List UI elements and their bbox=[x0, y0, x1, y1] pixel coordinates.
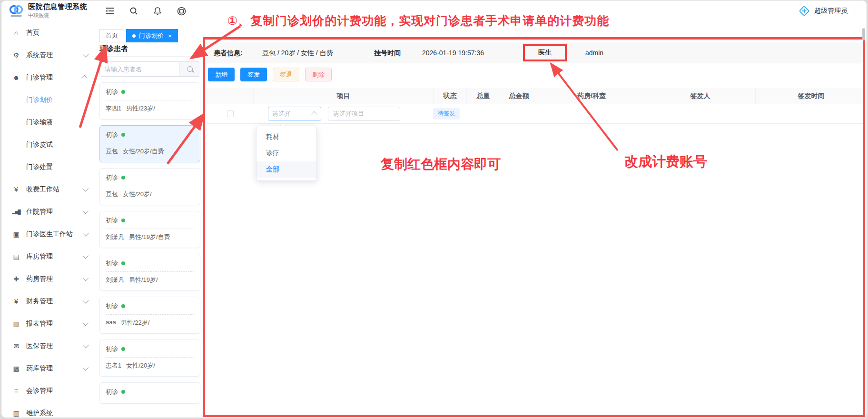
user-menu[interactable]: 超级管理员 bbox=[799, 0, 855, 21]
gear-icon: ⚙ bbox=[12, 51, 20, 59]
col-issuer: 签发人 bbox=[645, 88, 756, 104]
sidebar-item-inpatient-mgmt[interactable]: ▂▅█ 住院管理 bbox=[1, 200, 95, 223]
col-checkbox bbox=[207, 88, 254, 104]
col-issue-time: 签发时间 bbox=[756, 88, 867, 104]
col-amount: 总金额 bbox=[500, 88, 538, 104]
sidebar-item-report-mgmt[interactable]: ▦ 报表管理 bbox=[1, 312, 95, 335]
dropdown-option-treatment[interactable]: 诊疗 bbox=[256, 145, 316, 161]
patient-search-input[interactable] bbox=[100, 62, 179, 76]
notification-bell-icon[interactable] bbox=[153, 6, 162, 16]
patient-card-selected[interactable]: 初诊 豆包女性/20岁/自费 bbox=[99, 125, 200, 162]
col-quantity: 总量 bbox=[467, 88, 500, 104]
sidebar-item-charging-workstation[interactable]: ¥ 收费工作站 bbox=[1, 178, 95, 200]
chevron-down-icon bbox=[83, 51, 89, 58]
dashboard-icon: ⌂ bbox=[12, 29, 20, 37]
patient-card[interactable]: 初诊 刘潇凡男性/19岁/ bbox=[99, 254, 200, 291]
bar-chart-icon: ▂▅█ bbox=[12, 210, 20, 214]
patient-card[interactable]: 初诊 刘潇凡男性/19岁/自费 bbox=[99, 211, 200, 248]
patient-card[interactable]: 初诊 患者1女性/20岁/ bbox=[99, 339, 200, 377]
dropdown-option-all[interactable]: 全部 bbox=[256, 161, 316, 178]
status-dot-icon bbox=[121, 90, 125, 94]
register-time-label: 挂号时间 bbox=[374, 49, 401, 58]
patient-card[interactable]: 初诊 豆包女性/20岁/ bbox=[99, 168, 200, 205]
collapse-sidebar-icon[interactable] bbox=[105, 6, 115, 16]
row-checkbox[interactable] bbox=[227, 110, 234, 117]
sidebar-item-outpatient-treatment[interactable]: 门诊处置 bbox=[1, 156, 95, 178]
tab-home[interactable]: 首页 bbox=[99, 29, 124, 42]
sidebar-item-home[interactable]: ⌂ 首页 bbox=[1, 21, 95, 44]
spreadsheet-icon: ▦ bbox=[12, 320, 20, 328]
patient-panel-title: 现诊患者 bbox=[95, 42, 205, 57]
chevron-down-icon bbox=[83, 320, 89, 326]
search-icon[interactable] bbox=[129, 6, 138, 16]
patient-card[interactable]: 初诊 aaa男性/22岁/ bbox=[99, 297, 200, 334]
sidebar-item-pharmacy-mgmt[interactable]: ✚ 药房管理 bbox=[1, 268, 95, 290]
item-type-select[interactable]: 请选择 bbox=[268, 107, 321, 121]
top-header: 医院信息管理系统 中联医院 超级管理员 bbox=[1, 0, 867, 21]
patient-card[interactable]: 初诊 bbox=[99, 382, 200, 404]
scrollbar-thumb[interactable] bbox=[862, 28, 865, 40]
sidebar-item-outpatient-skin-test[interactable]: 门诊皮试 bbox=[1, 133, 95, 156]
delete-button[interactable]: 删除 bbox=[305, 68, 332, 81]
app-subtitle: 中联医院 bbox=[28, 12, 87, 19]
sidebar-item-system-mgmt[interactable]: ⚙ 系统管理 bbox=[1, 44, 95, 66]
patient-info-bar: 患者信息: 豆包 / 20岁 / 女性 / 自费 挂号时间 2026-01-19… bbox=[205, 42, 866, 63]
patient-info-label: 患者信息: bbox=[214, 49, 243, 58]
chevron-down-icon bbox=[83, 275, 89, 281]
app-window: 医院信息管理系统 中联医院 超级管理员 bbox=[1, 0, 867, 418]
patient-card[interactable]: 初诊 李四1男性/23岁/ bbox=[99, 82, 200, 120]
status-dot-icon bbox=[121, 390, 125, 394]
sidebar-item-insurance-mgmt[interactable]: ✉ 医保管理 bbox=[1, 335, 95, 357]
chevron-up-icon bbox=[311, 111, 317, 118]
sidebar-item-doctor-workstation[interactable]: ▣ 门诊医生工作站 bbox=[1, 223, 95, 245]
tab-outpatient-pricing[interactable]: 门诊划价 × bbox=[126, 29, 178, 42]
table-header: 项目 状态 总量 总金额 药房/科室 签发人 签发时间 bbox=[207, 88, 863, 104]
system-icon: ▥ bbox=[12, 409, 20, 417]
toolbar: 新增 签发 签退 删除 bbox=[208, 68, 332, 81]
divider bbox=[855, 7, 855, 15]
sidebar-item-outpatient-pricing[interactable]: 门诊划价 bbox=[1, 89, 95, 111]
sidebar-item-outpatient-mgmt[interactable]: ☻ 门诊管理 bbox=[1, 66, 95, 89]
issue-button[interactable]: 签发 bbox=[240, 68, 267, 81]
cross-move-icon: ✚ bbox=[12, 275, 20, 283]
patient-list-panel: 现诊患者 初诊 李四1男性/23岁/ 初诊 豆包女性/20岁/自费 初诊 豆包女… bbox=[95, 42, 205, 417]
grid-image-icon: ▩ bbox=[12, 365, 20, 372]
sidebar-menu: ⌂ 首页 ⚙ 系统管理 ☻ 门诊管理 门诊划价 门诊输液 门诊皮试 门诊处置 ¥… bbox=[1, 21, 95, 418]
sidebar-item-outpatient-infusion[interactable]: 门诊输液 bbox=[1, 111, 95, 133]
item-search-input[interactable] bbox=[328, 107, 400, 121]
dropdown-option-consumables[interactable]: 耗材 bbox=[256, 129, 316, 145]
table-row: 请选择 待签发 bbox=[207, 104, 863, 123]
patient-search bbox=[99, 61, 200, 77]
item-type-dropdown: 耗材 诊疗 全部 bbox=[256, 126, 317, 181]
chevron-down-icon bbox=[83, 342, 89, 349]
add-button[interactable]: 新增 bbox=[208, 68, 235, 81]
status-dot-icon bbox=[121, 304, 125, 308]
sidebar-item-drug-store-mgmt[interactable]: ▩ 药库管理 bbox=[1, 357, 95, 379]
chevron-down-icon bbox=[83, 253, 89, 259]
revoke-button[interactable]: 签退 bbox=[273, 68, 299, 81]
main-content: 患者信息: 豆包 / 20岁 / 女性 / 自费 挂号时间 2026-01-19… bbox=[205, 42, 866, 417]
chevron-down-icon bbox=[83, 186, 89, 192]
user-role-label: 超级管理员 bbox=[814, 7, 848, 15]
col-item: 项目 bbox=[254, 88, 434, 104]
layout-settings-icon[interactable] bbox=[177, 6, 186, 16]
sidebar-item-maintenance[interactable]: ▥ 维护系统 bbox=[1, 402, 95, 418]
search-button[interactable] bbox=[179, 62, 200, 76]
list-icon: ≡ bbox=[12, 387, 20, 395]
active-dot-icon bbox=[132, 34, 136, 38]
patient-info-value: 豆包 / 20岁 / 女性 / 自费 bbox=[262, 49, 333, 58]
chevron-down-icon bbox=[83, 208, 89, 214]
search-icon bbox=[187, 66, 193, 72]
doctor-value: admin bbox=[585, 49, 603, 57]
doctor-label: 医生 bbox=[538, 49, 552, 57]
billing-table: 项目 状态 总量 总金额 药房/科室 签发人 签发时间 请选择 待签发 bbox=[207, 88, 863, 124]
sidebar-item-consultation-mgmt[interactable]: ≡ 会诊管理 bbox=[1, 379, 95, 402]
col-status: 状态 bbox=[434, 88, 467, 104]
status-dot-icon bbox=[121, 261, 125, 265]
person-icon: ☻ bbox=[12, 74, 20, 81]
sidebar-item-finance-mgmt[interactable]: ¥ 财务管理 bbox=[1, 290, 95, 312]
chevron-down-icon bbox=[83, 365, 89, 371]
sidebar-item-warehouse-mgmt[interactable]: ▤ 库房管理 bbox=[1, 245, 95, 268]
chevron-down-icon bbox=[83, 230, 89, 237]
close-tab-icon[interactable]: × bbox=[168, 33, 172, 39]
